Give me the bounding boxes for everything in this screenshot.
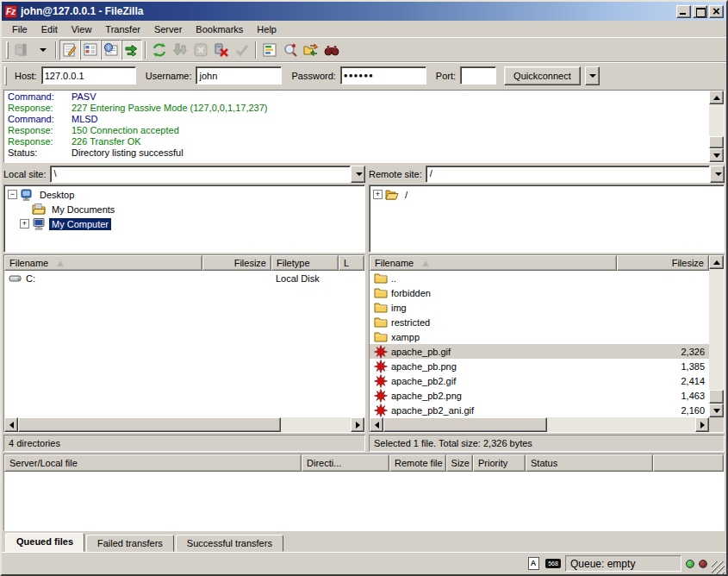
scroll-down-button[interactable] <box>709 148 724 162</box>
column-header-direction[interactable]: Directi... <box>302 454 389 472</box>
toggle-remote-tree-button[interactable] <box>101 40 121 60</box>
column-header-filename[interactable]: Filename <box>370 255 617 271</box>
title-bar[interactable]: Fz john@127.0.0.1 - FileZilla <box>2 2 726 21</box>
scroll-right-button[interactable] <box>351 417 364 432</box>
close-button[interactable] <box>709 5 724 18</box>
remote-horizontal-scrollbar[interactable] <box>370 417 709 432</box>
window-resize-grip[interactable] <box>712 561 725 574</box>
minimize-button[interactable] <box>676 5 691 18</box>
column-header-remote-file[interactable]: Remote file <box>389 454 446 472</box>
column-header-priority[interactable]: Priority <box>473 454 526 472</box>
column-header-filesize[interactable]: Filesize <box>617 255 709 271</box>
quickconnect-button[interactable]: Quickconnect <box>504 66 581 85</box>
tree-item-label[interactable]: / <box>402 189 410 201</box>
collapse-icon[interactable]: − <box>8 190 17 199</box>
local-site-dropdown[interactable] <box>351 166 365 183</box>
scroll-right-button[interactable] <box>695 417 709 432</box>
column-header-filename[interactable]: Filename <box>4 255 202 271</box>
local-site-label: Local site: <box>3 169 47 179</box>
cancel-operation-button[interactable] <box>190 40 211 60</box>
column-header-size[interactable]: Size <box>446 454 473 472</box>
local-horizontal-scrollbar[interactable] <box>4 417 364 432</box>
tree-item-label[interactable]: My Documents <box>49 203 117 216</box>
scroll-down-button[interactable] <box>709 404 724 417</box>
host-input[interactable] <box>41 66 136 85</box>
file-row-selected[interactable]: apache_pb.gif 2,326 <box>370 344 709 359</box>
file-row[interactable]: apache_pb2_ani.gif 2,160 <box>370 403 709 417</box>
column-header-last-modified[interactable]: L <box>339 255 364 271</box>
file-row[interactable]: forbidden <box>370 285 709 300</box>
scrollbar-thumb[interactable] <box>709 390 724 404</box>
remote-site-combo[interactable]: / <box>426 166 725 183</box>
port-input[interactable] <box>460 66 496 85</box>
expand-icon[interactable]: + <box>20 219 29 229</box>
menu-help[interactable]: Help <box>250 22 283 36</box>
file-row[interactable]: img <box>370 300 709 315</box>
column-header-server-local-file[interactable]: Server/Local file <box>4 454 302 472</box>
file-row[interactable]: .. <box>370 271 709 285</box>
scrollbar-thumb[interactable] <box>383 417 547 432</box>
toggle-transfer-queue-button[interactable] <box>121 40 142 60</box>
synchronized-browsing-button[interactable] <box>301 40 321 60</box>
username-input[interactable] <box>196 66 282 85</box>
reconnect-button[interactable] <box>232 40 252 60</box>
refresh-button[interactable] <box>149 40 170 60</box>
menu-bookmarks[interactable]: Bookmarks <box>189 22 250 36</box>
menu-view[interactable]: View <box>65 22 99 36</box>
remote-vertical-scrollbar[interactable] <box>709 255 724 432</box>
toggle-message-log-button[interactable] <box>59 40 80 60</box>
menu-transfer[interactable]: Transfer <box>98 22 147 36</box>
local-site-combo[interactable]: \ <box>50 166 365 183</box>
toggle-local-tree-button[interactable] <box>80 40 101 60</box>
column-header-filetype[interactable]: Filetype <box>271 255 339 271</box>
scroll-left-button[interactable] <box>4 417 18 432</box>
disconnect-button[interactable] <box>211 40 232 60</box>
remote-site-path[interactable]: / <box>426 166 710 183</box>
menu-server[interactable]: Server <box>147 22 189 36</box>
file-row[interactable]: xampp <box>370 329 709 344</box>
scroll-up-button[interactable] <box>709 91 724 104</box>
directory-listing-filters-button[interactable] <box>259 40 280 60</box>
my-documents-icon <box>32 203 46 216</box>
file-row[interactable]: apache_pb.png 1,385 <box>370 359 709 373</box>
tree-item-desktop[interactable]: − Desktop <box>4 187 364 202</box>
scroll-left-button[interactable] <box>370 417 383 432</box>
log-vertical-scrollbar[interactable] <box>709 91 724 162</box>
scrollbar-thumb[interactable] <box>709 136 724 148</box>
file-row-c-drive[interactable]: C: Local Disk <box>4 271 364 285</box>
transfer-type-indicator[interactable]: A <box>526 557 541 571</box>
scroll-up-button[interactable] <box>709 255 724 269</box>
scrollbar-thumb[interactable] <box>18 417 281 432</box>
site-manager-dropdown[interactable] <box>32 40 53 60</box>
tab-successful-transfers[interactable]: Successful transfers <box>176 535 283 552</box>
menu-file[interactable]: File <box>5 22 34 36</box>
file-name: forbidden <box>391 288 431 298</box>
expand-icon[interactable]: + <box>373 190 383 199</box>
local-site-path[interactable]: \ <box>50 166 351 183</box>
directory-comparison-button[interactable] <box>280 40 301 60</box>
tree-item-my-documents[interactable]: My Documents <box>4 202 364 216</box>
file-row[interactable]: apache_pb2.gif 2,414 <box>370 373 709 388</box>
file-row[interactable]: restricted <box>370 315 709 329</box>
menu-edit[interactable]: Edit <box>34 22 65 36</box>
maximize-button[interactable] <box>693 5 707 18</box>
log-label: Response: <box>8 125 72 136</box>
log-text: 227 Entering Passive Mode (127,0,0,1,17,… <box>72 103 267 114</box>
tree-item-root[interactable]: + / <box>370 187 724 202</box>
remote-site-dropdown[interactable] <box>710 166 725 183</box>
tab-failed-transfers[interactable]: Failed transfers <box>86 535 174 552</box>
tree-item-my-computer[interactable]: + My Computer <box>4 216 364 231</box>
tab-queued-files[interactable]: Queued files <box>5 533 84 552</box>
quickconnect-dropdown[interactable] <box>585 66 600 85</box>
site-manager-button[interactable] <box>11 40 32 60</box>
column-header-status[interactable]: Status <box>526 454 653 472</box>
process-queue-button[interactable] <box>170 40 190 60</box>
password-input[interactable] <box>340 66 426 85</box>
tree-item-label[interactable]: My Computer <box>49 218 111 230</box>
find-files-button[interactable] <box>321 40 342 60</box>
tree-item-label[interactable]: Desktop <box>37 189 77 201</box>
column-header-empty[interactable] <box>653 454 724 472</box>
speed-limits-indicator[interactable]: 568 <box>545 557 561 571</box>
file-row[interactable]: apache_pb2.png 1,463 <box>370 388 709 403</box>
column-header-filesize[interactable]: Filesize <box>202 255 271 271</box>
